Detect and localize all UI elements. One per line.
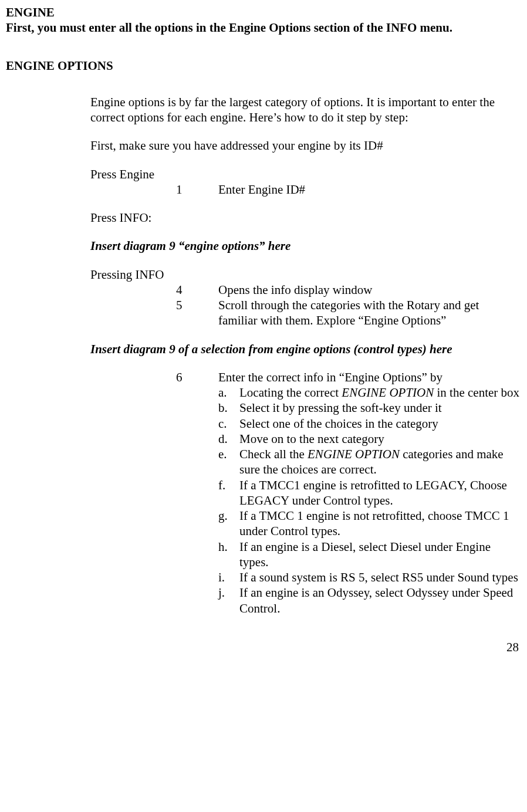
press-info-label: Press INFO: <box>90 210 521 225</box>
paragraph: Engine options is by far the largest cat… <box>90 94 521 126</box>
step-text: Scroll through the categories with the R… <box>218 297 521 329</box>
sub-text: If an engine is an Odyssey, select Odyss… <box>239 585 521 616</box>
sub-text: Locating the correct ENGINE OPTION in th… <box>239 385 521 400</box>
pressing-info-label: Pressing INFO <box>90 267 521 282</box>
sub-text: If a TMCC1 engine is retrofitted to LEGA… <box>239 478 521 509</box>
sub-label: e. <box>218 446 239 462</box>
step-text: Opens the info display window <box>218 282 521 297</box>
sub-label: c. <box>218 416 239 431</box>
sub-text: If a sound system is RS 5, select RS5 un… <box>239 570 521 585</box>
step-number: 1 <box>176 182 218 197</box>
sub-text: Select it by pressing the soft-key under… <box>239 400 521 415</box>
section-heading: ENGINE OPTIONS <box>6 58 521 73</box>
sub-label: a. <box>218 385 239 400</box>
sub-label: j. <box>218 585 239 600</box>
step-text: Enter Engine ID# <box>218 182 521 197</box>
step-number: 6 <box>176 370 218 385</box>
press-engine-label: Press Engine <box>90 167 521 182</box>
step-text: Enter the correct info in “Engine Option… <box>218 370 521 385</box>
sub-label: f. <box>218 478 239 493</box>
page-title: ENGINE <box>6 5 521 20</box>
sub-label: i. <box>218 570 239 585</box>
sub-label: b. <box>218 400 239 415</box>
sub-text: Check all the ENGINE OPTION categories a… <box>239 446 521 478</box>
sub-label: d. <box>218 431 239 446</box>
sub-text: Move on to the next category <box>239 431 521 446</box>
sub-label: g. <box>218 508 239 523</box>
paragraph: First, make sure you have addressed your… <box>90 138 521 153</box>
intro-text: First, you must enter all the options in… <box>6 20 521 35</box>
step-number: 5 <box>176 297 218 313</box>
diagram-placeholder: Insert diagram 9 of a selection from eng… <box>90 341 521 357</box>
diagram-placeholder: Insert diagram 9 “engine options” here <box>90 238 521 253</box>
page-number: 28 <box>6 640 521 655</box>
sub-text: If an engine is a Diesel, select Diesel … <box>239 539 521 570</box>
sub-label: h. <box>218 539 239 554</box>
sub-text: Select one of the choices in the categor… <box>239 416 521 431</box>
sub-text: If a TMCC 1 engine is not retrofitted, c… <box>239 508 521 539</box>
step-number: 4 <box>176 282 218 297</box>
